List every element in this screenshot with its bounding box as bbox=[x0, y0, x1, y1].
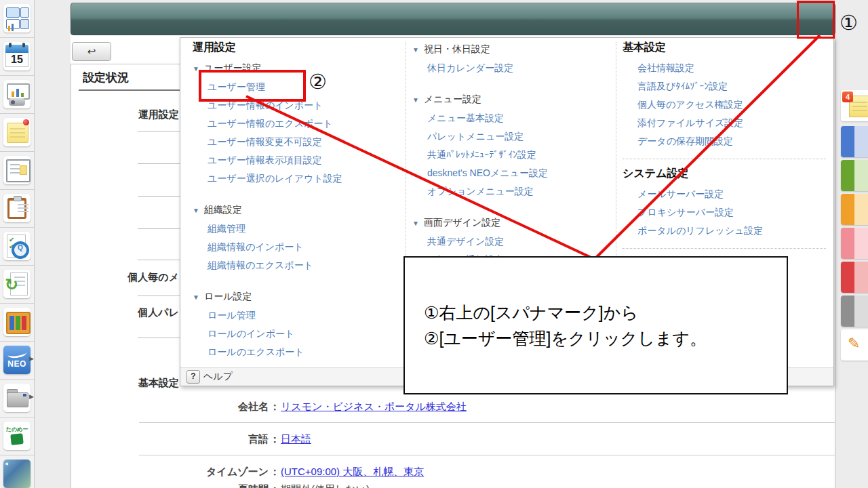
divider bbox=[623, 248, 826, 249]
menu-item[interactable]: 休日カレンダー設定 bbox=[412, 59, 609, 77]
info-label: タイムゾーン bbox=[136, 466, 269, 479]
expand-arrow-icon[interactable]: ▶ bbox=[29, 355, 34, 362]
menu-item[interactable]: desknet's NEOメニュー設定 bbox=[412, 164, 609, 182]
menu-group-holiday[interactable]: ▼祝日・休日設定 bbox=[412, 40, 609, 59]
palette-swatch-green[interactable] bbox=[841, 160, 868, 191]
workflow-refresh-icon: ↻ bbox=[3, 270, 31, 298]
status-row-label: 個人毎のメ bbox=[71, 271, 179, 284]
menu-group-title[interactable]: ロール設定 bbox=[204, 291, 252, 302]
sidebar-item-survey[interactable]: ✔✔ Q bbox=[0, 228, 34, 266]
menu-item[interactable]: ロール管理 bbox=[193, 306, 396, 325]
sidebar-item-facility[interactable] bbox=[0, 76, 34, 114]
menu-item[interactable]: 共通ﾊﾟﾚｯﾄﾒﾆｭｰﾃﾞｻﾞｲﾝ設定 bbox=[412, 146, 609, 164]
expand-arrow-icon[interactable]: ▶ bbox=[29, 393, 34, 400]
menu-item[interactable]: 会社情報設定 bbox=[623, 59, 826, 77]
menu-group-screen-design[interactable]: ▼画面デザイン設定 bbox=[412, 214, 609, 232]
sidebar-item-folder[interactable]: ▶ bbox=[0, 380, 34, 418]
menu-item[interactable]: ロールのインポート bbox=[193, 325, 396, 343]
collapse-triangle-icon: ▼ bbox=[412, 46, 419, 54]
menu-item[interactable]: メールサーバー設定 bbox=[623, 185, 826, 203]
menu-item[interactable]: データの保存期間設定 bbox=[623, 132, 826, 150]
menu-item[interactable]: ロールのエクスポート bbox=[193, 343, 396, 361]
neo-logo-icon: NEO bbox=[3, 346, 31, 374]
palette-swatch-red[interactable] bbox=[841, 262, 868, 293]
sidebar-item-schedule[interactable]: 15 bbox=[0, 38, 34, 76]
menu-group-menu-settings[interactable]: ▼メニュー設定 bbox=[412, 90, 609, 109]
menu-item[interactable]: オプションメニュー設定 bbox=[412, 182, 609, 201]
menu-group-title[interactable]: 画面デザイン設定 bbox=[424, 217, 500, 228]
divider bbox=[138, 260, 180, 260]
menu-group-title[interactable]: 組織設定 bbox=[204, 204, 242, 215]
back-button[interactable]: ↩ bbox=[72, 42, 111, 61]
annotation-note-line1: ①右上の[スパナマーク]から bbox=[424, 300, 707, 325]
info-row-language: 言語：日本語 bbox=[136, 433, 311, 446]
timezone-link[interactable]: (UTC+09:00) 大阪、札幌、東京 bbox=[281, 466, 424, 477]
divider bbox=[139, 455, 835, 455]
calendar-icon: 15 bbox=[3, 42, 31, 70]
menu-item[interactable]: ユーザー選択のレイアウト設定 bbox=[193, 169, 396, 188]
divider bbox=[623, 159, 826, 159]
sidebar-item-memo[interactable] bbox=[0, 114, 34, 152]
menu-group-role[interactable]: ▼ロール設定 bbox=[193, 287, 396, 306]
help-label[interactable]: ヘルプ bbox=[203, 371, 233, 383]
menu-item[interactable]: 組織情報のインポート bbox=[193, 238, 396, 256]
sidebar-item-neo[interactable]: NEO ▶ bbox=[0, 342, 34, 380]
menu-section-header: 運用設定 bbox=[193, 40, 396, 55]
company-name-link[interactable]: リスモン・ビジネス・ポータル株式会社 bbox=[281, 401, 467, 412]
portal-icon bbox=[3, 4, 31, 33]
menu-group-title[interactable]: 祝日・休日設定 bbox=[424, 43, 490, 54]
pencil-edit-icon[interactable]: ✎ bbox=[841, 329, 868, 361]
menu-item[interactable]: ユーザー情報のエクスポート bbox=[193, 115, 396, 133]
palette-swatch-pink[interactable] bbox=[841, 228, 868, 259]
divider bbox=[138, 338, 180, 338]
sidebar-item-circulation[interactable] bbox=[0, 152, 34, 190]
language-link[interactable]: 日本語 bbox=[281, 433, 311, 445]
menu-item[interactable]: メニュー基本設定 bbox=[412, 109, 609, 127]
divider bbox=[138, 296, 180, 296]
menu-item[interactable]: 組織情報のエクスポート bbox=[193, 256, 396, 274]
sidebar-item-cabinet[interactable] bbox=[0, 304, 34, 342]
palette-swatch-orange[interactable] bbox=[841, 194, 868, 225]
checklist-search-icon: ✔✔ Q bbox=[3, 232, 31, 260]
sidebar-item-banner[interactable]: ◀ bbox=[0, 455, 34, 488]
sidebar-item-portal[interactable] bbox=[0, 0, 34, 38]
app-sidebar: 15 ✔✔ Q ↻ bbox=[0, 0, 35, 488]
sidebar-item-tanomail[interactable]: たのめーる bbox=[0, 418, 34, 455]
collapse-triangle-icon: ▼ bbox=[412, 220, 419, 227]
divider bbox=[138, 228, 180, 229]
menu-item[interactable]: 組織管理 bbox=[193, 220, 396, 238]
sticky-note-icon bbox=[3, 118, 31, 146]
menu-item[interactable]: プロキシサーバー設定 bbox=[623, 203, 826, 222]
annotation-marker-2: ② bbox=[309, 70, 327, 94]
binders-shelf-icon bbox=[3, 308, 31, 336]
projector-chart-icon bbox=[3, 80, 31, 108]
annotation-note-line2: ②[ユーザー管理]をクリックします。 bbox=[424, 325, 707, 351]
folder-icon bbox=[3, 384, 31, 412]
menu-item[interactable]: 個人毎のアクセス権設定 bbox=[623, 96, 826, 114]
menu-group-title[interactable]: メニュー設定 bbox=[424, 94, 481, 104]
menu-item[interactable]: ポータルのリフレッシュ設定 bbox=[623, 222, 826, 240]
info-label: 会社名 bbox=[136, 401, 269, 413]
palette-swatch-blue[interactable] bbox=[841, 126, 868, 157]
help-button[interactable]: ? bbox=[186, 370, 200, 384]
info-row-dst: 夏時間：期間外(使用しない) bbox=[136, 483, 370, 488]
menu-item[interactable]: パレットメニュー設定 bbox=[412, 127, 609, 146]
sidebar-item-workflow[interactable]: ↻ bbox=[0, 266, 34, 304]
tanomail-logo: たのめーる bbox=[3, 422, 31, 450]
palette-swatch-gray[interactable] bbox=[841, 296, 868, 327]
collapse-triangle-icon: ▼ bbox=[193, 293, 199, 301]
divider bbox=[138, 196, 180, 197]
menu-group-organization[interactable]: ▼組織設定 bbox=[193, 201, 396, 220]
menu-column-basic-system: 基本設定 会社情報設定 言語及びﾀｲﾑｿﾞｰﾝ設定 個人毎のアクセス権設定 添付… bbox=[623, 40, 826, 274]
menu-item[interactable]: ユーザー情報変更不可設定 bbox=[193, 133, 396, 151]
menu-item[interactable]: 共通デザイン設定 bbox=[412, 232, 609, 251]
menu-item[interactable]: 言語及びﾀｲﾑｿﾞｰﾝ設定 bbox=[623, 77, 826, 96]
header-bar bbox=[71, 3, 835, 35]
notification-note-icon[interactable]: 4 bbox=[841, 90, 868, 121]
status-row-label: 運用設定 bbox=[71, 108, 179, 121]
notification-badge: 4 bbox=[842, 92, 853, 102]
sidebar-item-clipboard[interactable] bbox=[0, 190, 34, 228]
menu-item[interactable]: 添付ファイルサイズ設定 bbox=[623, 114, 826, 132]
annotation-highlight-user-management bbox=[199, 70, 306, 102]
menu-item[interactable]: ユーザー情報表示項目設定 bbox=[193, 151, 396, 169]
